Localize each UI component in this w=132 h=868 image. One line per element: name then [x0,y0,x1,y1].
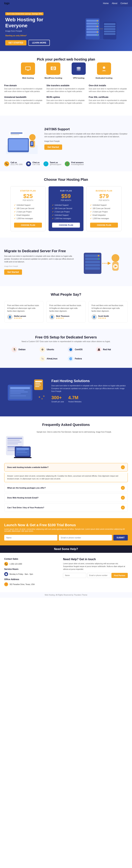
os-centos: 🔵 CentOS [68,347,92,352]
svg-rect-65 [35,384,41,385]
ruby-choose-button[interactable]: CHOOSE PLAN [52,223,80,227]
pricing-section: Choose Your Hosting Plan STARTER PLAN $2… [0,171,132,238]
nav-home[interactable]: Home [103,2,108,5]
migrate-title: Migrate to Dedicated Server For Free [4,249,77,253]
plan-icon-wordpress-box: W [46,62,60,75]
navbar: logo Home About Contact [0,0,132,7]
faq-item-3[interactable]: Can I Test Drive / Any of Your Products?… [4,503,128,512]
plan-icon-dedicated-box [97,62,111,75]
footer-clock-icon: 🕐 [4,572,8,576]
hero-learn-more-button[interactable]: LEARN MORE [29,40,50,46]
svg-point-50 [111,254,119,262]
contact-chat[interactable]: 💬 Chat us Live Chat [26,161,40,166]
plan-icons-row: Web hosting W WordPress hosting VPS host… [4,62,128,80]
hero-illustration [78,15,128,43]
support-get-started-button[interactable]: Get Started [44,145,62,150]
svg-point-48 [98,255,99,256]
faq-illustration [4,431,32,460]
contact-chat-title: Chat us [32,161,40,163]
faq-item-0[interactable]: Does web hosting include a website build… [4,463,128,471]
starter-features: ✔Unlimited Support ✔100 Cores per Second… [14,204,42,220]
knowledge-icon: ❓ [65,161,70,166]
feature-one-click-title: One-click installs [89,84,128,87]
ruby-feat-1: ✔100 Cores per Second [52,207,80,210]
plan-icon-wordpress[interactable]: W WordPress hosting [43,62,64,80]
ruby-feat-3: ✔Unlimited Support [52,214,80,217]
testimonial-0-author: 👤 Stella Larson ★★★★★ [7,314,40,320]
os-ubuntu-name: Ubuntu [47,348,54,351]
footer-section: Contact Sales 📞 1 (00) 123-1000 Service … [0,553,132,592]
svg-rect-16 [104,28,116,30]
starter-choose-button[interactable]: CHOOSE PLAN [14,223,42,227]
starter-feat-3: ✔Email Integration [14,214,42,217]
faq-question-0: Does web hosting include a website build… [7,466,48,468]
os-title: Free OS Setup for Dedicated Servers [4,335,128,339]
business-feat-1: ✔100 Cores per Second [90,207,118,210]
contact-answers[interactable]: ❓ Find answers KnowledgeBase [65,161,84,166]
footer-bottom: Web Hosting. All Rights Reserved by Thun… [0,592,132,598]
faq-toggle-2[interactable]: + [121,496,125,500]
plan-icon-vps-box [72,62,86,75]
svg-text:W: W [53,68,54,69]
pick-plan-title: Pick your perfect web hosting plan [4,57,128,61]
footer-name-input[interactable] [63,573,86,578]
svg-rect-39 [10,134,19,135]
plan-icon-vps-label: VPS hosting [73,77,85,79]
contact-answers-text: Find answers KnowledgeBase [71,161,84,165]
faq-toggle-0[interactable]: − [121,465,125,469]
faq-toggle-1[interactable]: + [121,486,125,490]
feature-bandwidth-title: Unmetered bandwidth [4,96,43,98]
plan-icon-dedicated[interactable]: Dedicated hosting [94,62,114,80]
svg-rect-46 [85,264,100,267]
svg-rect-74 [7,443,18,444]
faq-toggle-3[interactable]: + [121,506,125,509]
ruby-feat-2: ✔2 Users per Project [52,210,80,214]
hero-badge: Don't miss limited-time savings. Savings… [5,12,43,15]
svg-rect-64 [35,383,40,384]
svg-rect-36 [9,131,24,136]
faq-section: Frequently Asked Questions [0,416,132,518]
business-choose-button[interactable]: CHOOSE PLAN [90,223,118,227]
footer-find-button[interactable]: Find Partner [111,573,128,578]
footer-phone: 1 (00) 123-1000 [9,563,22,565]
plan-icon-web[interactable]: Web hosting [18,62,38,80]
contact-chat-detail: Live Chat [32,163,40,165]
svg-point-69 [43,396,44,397]
plan-icon-vps[interactable]: VPS hosting [68,62,89,80]
migrate-get-started-button[interactable]: Get Started [4,270,22,275]
nav-about[interactable]: About [112,2,117,5]
faq-item-2[interactable]: Does Web Hosting Include Email? + [4,494,128,502]
faq-item-1[interactable]: What are the hosting packages you offer?… [4,484,128,492]
business-feat-2: ✔2 Users per Project [90,210,118,214]
svg-point-34 [29,134,36,141]
hero-get-started-button[interactable]: GET STARTED [5,40,26,45]
footer-phone-row: 📞 1 (00) 123-1000 [4,562,58,566]
support-text: 24/7/365 Support Duis aute irure dolor i… [44,127,128,150]
feature-site-transfers-title: Site transfers available [46,84,86,87]
svg-rect-66 [35,386,39,387]
cta-email-input[interactable] [59,535,112,540]
stat-growth: 300+ Growth per year [52,395,64,405]
svg-marker-37 [13,136,15,138]
pricing-cards: STARTER PLAN $25 PER MONTH ✔Unlimited Su… [4,186,128,231]
testimonials-title: What People Say? [4,292,128,297]
svg-point-11 [97,31,98,33]
starter-feat-0: ✔Unlimited Support [14,204,42,207]
footer-address: 302 Paradise Drive, Texas, USA [9,583,35,585]
twitter-icon: 🐦 [43,161,48,166]
cta-name-input[interactable] [4,535,57,540]
support-attr: Image from Freepik [44,140,128,143]
footer-email-input[interactable] [87,573,110,578]
contact-call-detail: (012) 345-1895 [10,163,23,165]
os-grid: 🐧 Debian ⚙ Ubuntu 🔵 CentOS 🎩 Red Hat 🐚 A… [4,347,128,362]
nav-contact[interactable]: Contact [121,2,128,5]
cta-submit-button[interactable]: SUBMIT [113,535,128,540]
fast-illustration [4,374,46,410]
testimonial-2: Proin sed libero enim sed faucibus turpi… [89,301,128,322]
ruby-label: RUBY PLAN [52,190,80,192]
feature-uptime-text: Duis aute irure dolor in reprehenderit i… [46,99,86,104]
cta-section: Launch Now & Get a Free $100 Trial Bonus… [0,518,132,546]
contact-tweet[interactable]: 🐦 Tweet us @HostSupport [43,161,61,166]
contact-tweet-detail: @HostSupport [50,163,61,165]
help-bar: Need Some Help? [0,546,132,553]
